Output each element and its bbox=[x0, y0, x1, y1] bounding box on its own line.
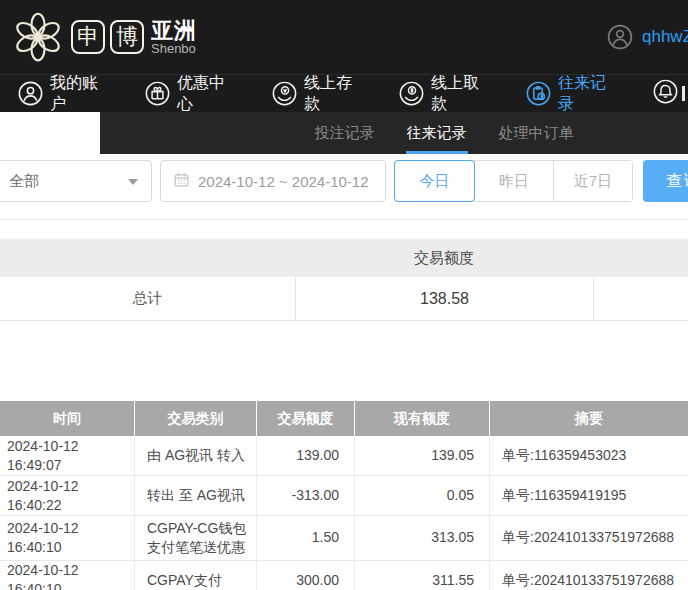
summary-empty-cell bbox=[593, 277, 688, 320]
cell-type: 由 AG视讯 转入 bbox=[135, 436, 257, 475]
cell-time: 2024-10-12 16:40:10 bbox=[0, 561, 135, 590]
cell-type: CGPAY-CG钱包支付笔笔送优惠 bbox=[135, 516, 257, 560]
username-label: qhhwZ bbox=[642, 27, 688, 47]
search-button[interactable]: 查询 bbox=[643, 160, 688, 202]
user-avatar-icon bbox=[607, 24, 633, 50]
date-range-value: 2024-10-12 ~ 2024-10-12 bbox=[198, 173, 369, 190]
nav-label: 线上存款 bbox=[304, 73, 362, 115]
brand-english-label: Shenbo bbox=[151, 42, 197, 56]
cell-memo: 单号:202410133751972688 bbox=[490, 561, 688, 590]
brand-char-bo: 博 bbox=[110, 20, 144, 54]
summary-total-label: 总计 bbox=[0, 277, 295, 320]
summary-header-spacer bbox=[0, 239, 295, 277]
column-header-balance: 现有额度 bbox=[355, 401, 490, 436]
table-row: 2024-10-12 16:40:10 CGPAY支付 300.00 311.5… bbox=[0, 561, 688, 590]
cut-off-nav-text bbox=[682, 86, 685, 101]
summary-table: 交易额度 总计 138.58 bbox=[0, 239, 688, 321]
date-range-input[interactable]: 2024-10-12 ~ 2024-10-12 bbox=[160, 160, 386, 202]
quick-date-buttons: 今日 昨日 近7日 bbox=[394, 160, 633, 202]
account-icon bbox=[18, 81, 43, 106]
main-navigation: 我的账户 优惠中心 线上存款 bbox=[0, 74, 688, 112]
last7days-button[interactable]: 近7日 bbox=[553, 161, 632, 201]
table-header-row: 时间 交易类别 交易额度 现有额度 摘要 bbox=[0, 401, 688, 436]
summary-total-value: 138.58 bbox=[295, 277, 593, 320]
nav-label: 线上取款 bbox=[431, 73, 489, 115]
cell-balance: 139.05 bbox=[355, 436, 490, 475]
records-icon bbox=[526, 81, 551, 106]
record-tabs: 投注记录 往来记录 处理中订单 bbox=[100, 112, 688, 154]
cell-memo: 单号:116359419195 bbox=[490, 476, 688, 515]
summary-header-spacer bbox=[593, 239, 688, 277]
nav-item-withdraw[interactable]: 线上取款 bbox=[399, 73, 489, 115]
type-filter-select[interactable]: 全部 bbox=[0, 160, 152, 202]
nav-item-transaction-records[interactable]: 往来记录 bbox=[526, 73, 616, 115]
withdraw-icon bbox=[399, 81, 424, 106]
cell-type: CGPAY支付 bbox=[135, 561, 257, 590]
cell-memo: 单号:116359453023 bbox=[490, 436, 688, 475]
column-header-amount: 交易额度 bbox=[257, 401, 355, 436]
tab-bet-records[interactable]: 投注记录 bbox=[314, 112, 376, 154]
summary-total-row: 总计 138.58 bbox=[0, 277, 688, 321]
deposit-icon bbox=[272, 81, 297, 106]
nav-label: 优惠中心 bbox=[177, 73, 235, 115]
brand-char-shen: 申 bbox=[71, 20, 105, 54]
nav-label: 我的账户 bbox=[50, 73, 108, 115]
gift-icon bbox=[145, 81, 170, 106]
cell-type: 转出 至 AG视讯 bbox=[135, 476, 257, 515]
filter-bar: 全部 2024-10-12 ~ 2024-10-12 今日 昨日 近7日 查询 bbox=[0, 154, 688, 220]
tab-transaction-records[interactable]: 往来记录 bbox=[406, 112, 468, 154]
summary-header-amount: 交易额度 bbox=[295, 239, 593, 277]
brand-text: 亚洲 Shenbo bbox=[151, 19, 197, 56]
column-header-memo: 摘要 bbox=[490, 401, 688, 436]
top-header: 申 博 亚洲 Shenbo qhhwZ bbox=[0, 0, 688, 74]
brand-region-label: 亚洲 bbox=[151, 19, 197, 42]
cell-amount: 1.50 bbox=[257, 516, 355, 560]
cell-amount: 139.00 bbox=[257, 436, 355, 475]
table-row: 2024-10-12 16:40:10 CGPAY-CG钱包支付笔笔送优惠 1.… bbox=[0, 516, 688, 561]
chevron-down-icon bbox=[128, 179, 138, 185]
column-header-type: 交易类别 bbox=[135, 401, 257, 436]
cell-balance: 313.05 bbox=[355, 516, 490, 560]
bell-icon bbox=[653, 79, 678, 108]
cell-amount: 300.00 bbox=[257, 561, 355, 590]
cell-balance: 0.05 bbox=[355, 476, 490, 515]
calendar-icon bbox=[173, 171, 190, 191]
flower-logo-icon bbox=[12, 11, 64, 63]
cell-amount: -313.00 bbox=[257, 476, 355, 515]
spacer bbox=[0, 321, 688, 401]
cell-balance: 311.55 bbox=[355, 561, 490, 590]
yesterday-button[interactable]: 昨日 bbox=[474, 161, 553, 201]
nav-item-deposit[interactable]: 线上存款 bbox=[272, 73, 362, 115]
nav-item-my-account[interactable]: 我的账户 bbox=[18, 73, 108, 115]
summary-header-row: 交易额度 bbox=[0, 239, 688, 277]
table-row: 2024-10-12 16:49:07 由 AG视讯 转入 139.00 139… bbox=[0, 436, 688, 476]
cell-time: 2024-10-12 16:40:10 bbox=[0, 516, 135, 560]
nav-label: 往来记录 bbox=[558, 73, 616, 115]
cell-memo: 单号:202410133751972688 bbox=[490, 516, 688, 560]
column-header-time: 时间 bbox=[0, 401, 135, 436]
user-account[interactable]: qhhwZ bbox=[607, 24, 688, 50]
cell-time: 2024-10-12 16:49:07 bbox=[0, 436, 135, 475]
today-button[interactable]: 今日 bbox=[394, 160, 475, 202]
nav-item-promotions[interactable]: 优惠中心 bbox=[145, 73, 235, 115]
table-row: 2024-10-12 16:40:22 转出 至 AG视讯 -313.00 0.… bbox=[0, 476, 688, 516]
nav-item-notifications[interactable] bbox=[653, 79, 685, 108]
transactions-table: 时间 交易类别 交易额度 现有额度 摘要 2024-10-12 16:49:07… bbox=[0, 401, 688, 590]
type-filter-value: 全部 bbox=[9, 172, 39, 191]
cell-time: 2024-10-12 16:40:22 bbox=[0, 476, 135, 515]
tab-pending-orders[interactable]: 处理中订单 bbox=[498, 112, 575, 154]
